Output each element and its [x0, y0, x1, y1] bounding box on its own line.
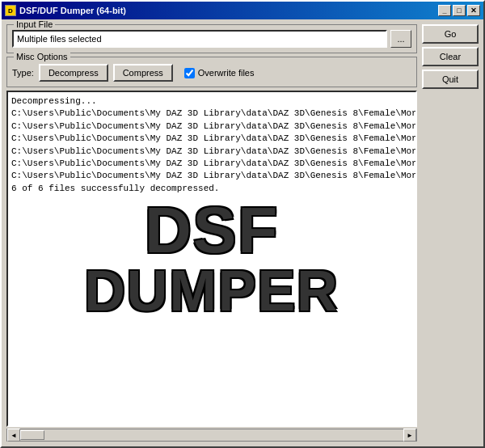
go-button[interactable]: Go [422, 24, 479, 44]
title-bar: D DSF/DUF Dumper (64-bit) _ □ ✕ [2, 2, 483, 19]
watermark-dumper: DUMPER [84, 263, 339, 319]
minimize-button[interactable]: _ [438, 5, 451, 16]
window-title: DSF/DUF Dumper (64-bit) [19, 6, 126, 15]
main-window: D DSF/DUF Dumper (64-bit) _ □ ✕ Input Fi… [0, 0, 485, 448]
misc-options-row: Type: Decompress Compress Overwrite file… [12, 64, 411, 82]
input-row: ... [12, 30, 411, 48]
content-area: Input File ... Misc Options Type: Decomp… [2, 19, 483, 446]
misc-options-group: Misc Options Type: Decompress Compress O… [6, 57, 417, 87]
overwrite-row: Overwrite files [184, 68, 255, 78]
horizontal-scrollbar: ◄ ► [6, 429, 417, 442]
app-icon: D [5, 5, 16, 16]
input-file-label: Input File [14, 19, 55, 29]
maximize-button[interactable]: □ [453, 5, 466, 16]
browse-button[interactable]: ... [390, 30, 411, 48]
main-panel: Input File ... Misc Options Type: Decomp… [6, 24, 417, 442]
scroll-right-button[interactable]: ► [403, 429, 416, 442]
watermark: DSF DUMPER [84, 198, 339, 319]
misc-options-label: Misc Options [14, 52, 70, 61]
decompress-button[interactable]: Decompress [39, 64, 108, 82]
output-wrapper: DSF DUMPER Decompressing... C:\Users\Pub… [6, 91, 417, 442]
overwrite-checkbox[interactable] [184, 68, 195, 78]
scrollbar-thumb[interactable] [20, 430, 44, 440]
title-buttons: _ □ ✕ [438, 5, 480, 16]
type-label: Type: [12, 68, 34, 78]
quit-button[interactable]: Quit [422, 70, 479, 89]
output-area: DSF DUMPER Decompressing... C:\Users\Pub… [8, 92, 415, 425]
watermark-dsf: DSF [84, 198, 339, 263]
output-text: Decompressing... C:\Users\Public\Documen… [8, 92, 415, 198]
output-area-container: DSF DUMPER Decompressing... C:\Users\Pub… [6, 91, 417, 427]
scrollbar-track[interactable] [20, 429, 403, 441]
close-button[interactable]: ✕ [467, 5, 480, 16]
compress-button[interactable]: Compress [113, 64, 173, 82]
title-bar-left: D DSF/DUF Dumper (64-bit) [5, 5, 126, 16]
side-buttons: Go Clear Quit [422, 24, 479, 442]
file-input[interactable] [12, 30, 387, 48]
scroll-left-button[interactable]: ◄ [7, 429, 20, 442]
overwrite-label: Overwrite files [198, 68, 255, 78]
input-file-group: Input File ... [6, 24, 417, 53]
clear-button[interactable]: Clear [422, 47, 479, 66]
